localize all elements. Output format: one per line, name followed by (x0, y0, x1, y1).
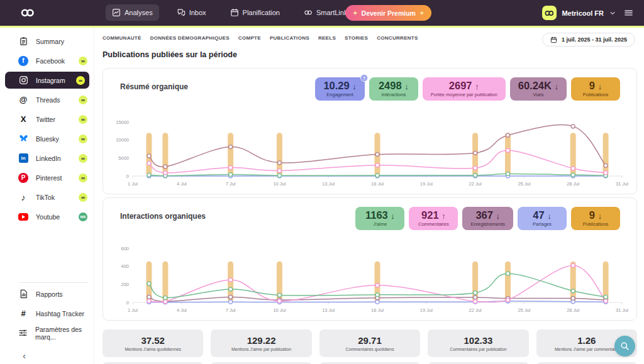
threads-icon: @ (18, 95, 28, 105)
sidebar-collapse-button[interactable]: ‹ (23, 351, 26, 360)
stat-label: Engagement (323, 92, 356, 97)
arrow-down-icon: ↓ (598, 211, 602, 221)
metric-value: 1.26 (577, 335, 596, 346)
metric-card-commentaires-par-publication: 102.33Commentaires par publication (428, 329, 528, 357)
sidebar-item-pinterest[interactable]: PPinterest∞ (0, 168, 94, 187)
sidebar-item-label: Pinterest (36, 174, 62, 182)
svg-text:25 Jul: 25 Jul (518, 307, 530, 313)
metric-label: Commentaires quotidiens (345, 347, 394, 351)
metric-label: Mentions J'aime par publication (231, 347, 291, 351)
clipboard-icon (18, 36, 28, 46)
svg-text:28 Jul: 28 Jul (567, 181, 579, 187)
stat-chip-j-aime: 1163 ↓J'aime (355, 207, 404, 230)
tab-compte[interactable]: COMPTE (238, 35, 261, 41)
svg-text:13 Jul: 13 Jul (322, 307, 335, 313)
sidebar-item-label: Rapports (36, 290, 63, 298)
stat-label: Intéractions (377, 92, 410, 97)
sidebar-item-tiktok[interactable]: ♪TikTok∞ (0, 187, 94, 207)
sidebar: SummaryfFacebook∞Instagram∞@Threads∞XTwi… (0, 28, 94, 364)
zoom-search-fab[interactable] (614, 336, 635, 356)
connected-badge-icon: ∞ (79, 115, 87, 124)
svg-text:28 Jul: 28 Jul (567, 307, 579, 313)
premium-label: Devenir Premium (362, 9, 416, 17)
arrow-down-icon: ↓ (547, 211, 552, 221)
organic-summary-chart: 0500010000150001 Jul4 Jul7 Jul10 Jul13 J… (108, 118, 633, 189)
svg-text:600: 600 (121, 246, 129, 251)
stat-chip-port-e-moyenne-par-publication: 2697 ↑Portée moyenne par publication (423, 77, 506, 101)
arrow-up-icon: ↑ (475, 82, 479, 91)
sidebar-item-summary[interactable]: Summary (0, 31, 94, 51)
sidebar-item-bluesky[interactable]: Bluesky∞ (0, 129, 94, 148)
arrow-up-icon: ↑ (441, 211, 446, 221)
stat-label: Commentaires (417, 221, 450, 227)
nav-item-inbox[interactable]: Inbox (170, 4, 213, 21)
organic-interactions-chart: 02004006001 Jul4 Jul7 Jul10 Jul13 Jul16 … (108, 245, 633, 315)
metric-label: Mentions J'aime par commentaire (555, 347, 619, 351)
hamburger-menu-icon[interactable] (624, 8, 633, 18)
nav-item-analyses[interactable]: Analyses (106, 4, 159, 21)
card-title: Résumé organique (120, 82, 188, 91)
connected-badge-icon: ∞ (79, 57, 87, 65)
svg-text:13 Jul: 13 Jul (322, 181, 335, 187)
tab-publications[interactable]: PUBLICATIONS (270, 35, 309, 41)
svg-text:4 Jul: 4 Jul (177, 307, 187, 313)
stat-label: Portée moyenne par publication (431, 92, 497, 97)
tab-reels[interactable]: REELS (318, 35, 336, 41)
inbox-icon (177, 8, 186, 17)
stat-label: Vues (518, 92, 558, 97)
sidebar-item-label: Hashtag Tracker (36, 310, 84, 317)
sidebar-divider (19, 282, 88, 283)
tab-communaut[interactable]: COMMUNAUTÉ (103, 35, 142, 41)
account-menu[interactable]: Metricool FR (542, 6, 616, 20)
sidebar-item-facebook[interactable]: fFacebook∞ (0, 51, 94, 70)
arrow-down-icon: ↓ (496, 211, 501, 221)
tab-donn-es-d-mographiques[interactable]: DONNÉES DÉMOGRAPHIQUES (150, 35, 230, 41)
date-range-picker[interactable]: 1 juil. 2025 - 31 juil. 2025 (542, 33, 635, 47)
sidebar-item-label: TikTok (36, 194, 55, 201)
stat-value: 47 ↓ (526, 209, 558, 221)
stat-chip-publications: 9 ↓Publications (571, 207, 620, 230)
account-avatar (542, 6, 557, 20)
metricool-logo[interactable] (21, 8, 35, 18)
svg-text:0: 0 (126, 174, 129, 179)
svg-text:1 Jul: 1 Jul (128, 307, 138, 313)
stat-chip-publications: 9 ↓Publications (571, 77, 620, 101)
date-range-label: 1 juil. 2025 - 31 juil. 2025 (562, 36, 627, 43)
stat-value: 2498 ↓ (377, 80, 410, 92)
sliders-icon (18, 328, 28, 338)
search-icon (620, 341, 630, 351)
svg-text:10 Jul: 10 Jul (273, 181, 286, 187)
sidebar-item-hashtag-tracker[interactable]: #Hashtag Tracker (0, 304, 94, 323)
sidebar-item-param-tres-des-marq[interactable]: Paramètres des marq... (0, 323, 94, 343)
tiktok-icon: ♪ (18, 192, 28, 202)
tab-concurrents[interactable]: CONCURRENTS (377, 35, 418, 41)
youtube-icon (18, 213, 28, 221)
sidebar-item-rapports[interactable]: Rapports (0, 284, 94, 304)
svg-text:25 Jul: 25 Jul (518, 181, 530, 187)
connected-badge-icon: ∞ (79, 174, 87, 182)
sidebar-item-label: Youtube (36, 213, 60, 221)
svg-text:200: 200 (121, 282, 129, 287)
sidebar-item-label: Twitter (36, 116, 55, 123)
stat-label: Publications (579, 92, 612, 97)
premium-button[interactable]: ✦ Devenir Premium ✦ (345, 5, 431, 21)
svg-text:22 Jul: 22 Jul (469, 307, 482, 313)
nav-item-planification[interactable]: Planification (224, 4, 286, 21)
bottom-stats-row: 37.52Mentions J'aime quotidiennes129.22M… (103, 329, 637, 357)
tab-stories[interactable]: STORIES (345, 35, 368, 41)
stat-label: Partages (526, 221, 558, 227)
organic-interactions-card: Interactions organiques 1163 ↓J'aime921 … (103, 197, 637, 321)
sidebar-item-instagram[interactable]: Instagram∞ (5, 72, 89, 89)
sidebar-item-label: Facebook (36, 57, 65, 65)
sidebar-item-threads[interactable]: @Threads∞ (0, 90, 94, 109)
connected-badge-icon: ∞ (79, 193, 87, 202)
help-icon[interactable]: ? (360, 74, 368, 82)
stat-value: 1163 ↓ (364, 209, 396, 221)
sidebar-item-linkedin[interactable]: inLinkedIn∞ (0, 148, 94, 168)
sparkle-icon: ✦ (353, 10, 358, 16)
sparkle-icon: ✦ (419, 10, 425, 16)
svg-text:10000: 10000 (116, 137, 129, 143)
sidebar-item-twitter[interactable]: XTwitter∞ (0, 109, 94, 129)
svg-text:15000: 15000 (116, 119, 129, 125)
sidebar-item-youtube[interactable]: YoutubeMB (0, 207, 94, 226)
